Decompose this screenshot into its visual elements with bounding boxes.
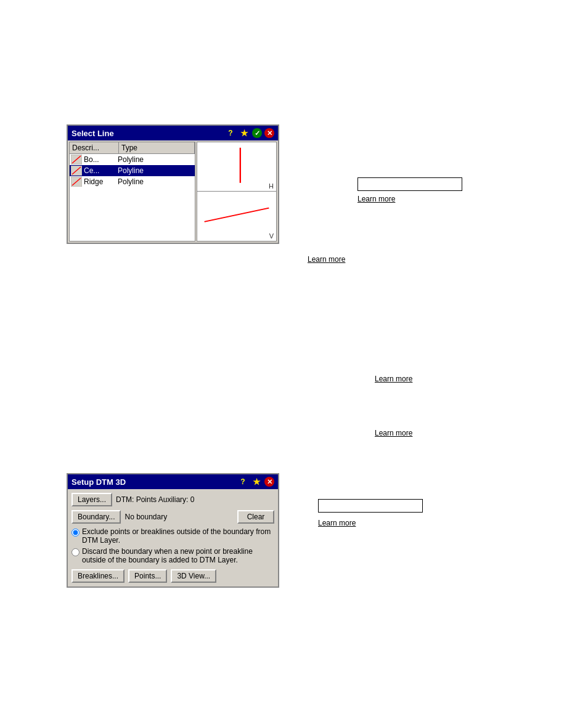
list-row[interactable]: Ce... Polyline bbox=[70, 165, 195, 176]
svg-line-7 bbox=[205, 208, 269, 222]
select-line-title: Select Line bbox=[71, 129, 225, 138]
radio-discard[interactable] bbox=[71, 548, 80, 556]
titlebar-icons: ? ★ ✓ ✕ bbox=[225, 128, 274, 139]
preview-v-label: V bbox=[269, 232, 274, 240]
row-icon bbox=[71, 155, 82, 164]
dtm-help-icon[interactable]: ? bbox=[237, 476, 248, 487]
link-2[interactable]: Learn more bbox=[308, 255, 345, 264]
radio-exclude-label: Exclude points or breaklines outside of … bbox=[82, 527, 274, 545]
list-row[interactable]: Ridge Polyline bbox=[70, 176, 195, 187]
link-5[interactable]: Learn more bbox=[318, 519, 356, 527]
select-line-body: Descri... Type Bo... Polyline bbox=[68, 140, 278, 243]
radio-exclude[interactable] bbox=[71, 529, 80, 537]
preview-area: H V bbox=[197, 142, 277, 241]
select-line-titlebar[interactable]: Select Line ? ★ ✓ ✕ bbox=[68, 126, 278, 140]
bottom-buttons: Breaklines... Points... 3D View... bbox=[71, 569, 274, 583]
3d-view-button[interactable]: 3D View... bbox=[171, 569, 216, 583]
row-icon bbox=[71, 177, 82, 187]
dtm-titlebar-icons: ? ★ ✕ bbox=[237, 476, 274, 487]
row-desc: Ridge bbox=[84, 177, 118, 186]
row-icon bbox=[71, 166, 82, 176]
row-type: Polyline bbox=[118, 177, 194, 186]
help-icon[interactable]: ? bbox=[225, 128, 236, 139]
select-line-list: Descri... Type Bo... Polyline bbox=[69, 142, 195, 241]
callout-box-1 bbox=[357, 177, 462, 191]
row-type: Polyline bbox=[118, 166, 194, 175]
radio-row-1: Exclude points or breaklines outside of … bbox=[71, 527, 274, 545]
header-desc[interactable]: Descri... bbox=[70, 142, 119, 153]
header-type[interactable]: Type bbox=[119, 142, 195, 153]
row-desc: Bo... bbox=[84, 155, 118, 164]
clear-button[interactable]: Clear bbox=[237, 510, 274, 524]
radio-discard-label: Discard the boundary when a new point or… bbox=[82, 547, 274, 564]
row-type: Polyline bbox=[118, 155, 194, 164]
ok-icon[interactable]: ✓ bbox=[252, 128, 262, 138]
preview-top: H bbox=[197, 142, 276, 192]
radio-group: Exclude points or breaklines outside of … bbox=[71, 527, 274, 564]
list-header: Descri... Type bbox=[70, 142, 195, 154]
close-icon[interactable]: ✕ bbox=[264, 128, 274, 138]
setup-dtm-title: Setup DTM 3D bbox=[71, 477, 237, 487]
star-icon[interactable]: ★ bbox=[239, 128, 250, 139]
radio-row-2: Discard the boundary when a new point or… bbox=[71, 547, 274, 564]
boundary-row: Boundary... No boundary Clear bbox=[71, 510, 274, 524]
select-line-dialog: Select Line ? ★ ✓ ✕ Descri... Type Bo bbox=[67, 124, 279, 244]
link-1[interactable]: Learn more bbox=[357, 195, 395, 203]
row-desc: Ce... bbox=[84, 166, 118, 175]
callout-box-2 bbox=[318, 499, 423, 513]
setup-dtm-body: Layers... DTM: Points Auxiliary: 0 Bound… bbox=[68, 489, 278, 586]
layers-button[interactable]: Layers... bbox=[71, 493, 112, 506]
preview-bottom: V bbox=[197, 192, 276, 241]
boundary-button[interactable]: Boundary... bbox=[71, 510, 121, 524]
link-3[interactable]: Learn more bbox=[375, 375, 412, 383]
layers-row: Layers... DTM: Points Auxiliary: 0 bbox=[71, 493, 274, 506]
points-button[interactable]: Points... bbox=[128, 569, 167, 583]
preview-h-label: H bbox=[269, 182, 274, 190]
setup-dtm-dialog: Setup DTM 3D ? ★ ✕ Layers... DTM: Points… bbox=[67, 473, 279, 588]
dtm-star-icon[interactable]: ★ bbox=[251, 476, 262, 487]
setup-dtm-titlebar[interactable]: Setup DTM 3D ? ★ ✕ bbox=[68, 474, 278, 489]
list-row[interactable]: Bo... Polyline bbox=[70, 154, 195, 165]
breaklines-button[interactable]: Breaklines... bbox=[71, 569, 125, 583]
link-4[interactable]: Learn more bbox=[375, 429, 412, 437]
layers-info: DTM: Points Auxiliary: 0 bbox=[116, 495, 194, 504]
boundary-info: No boundary bbox=[125, 513, 167, 521]
dtm-close-icon[interactable]: ✕ bbox=[264, 477, 274, 487]
